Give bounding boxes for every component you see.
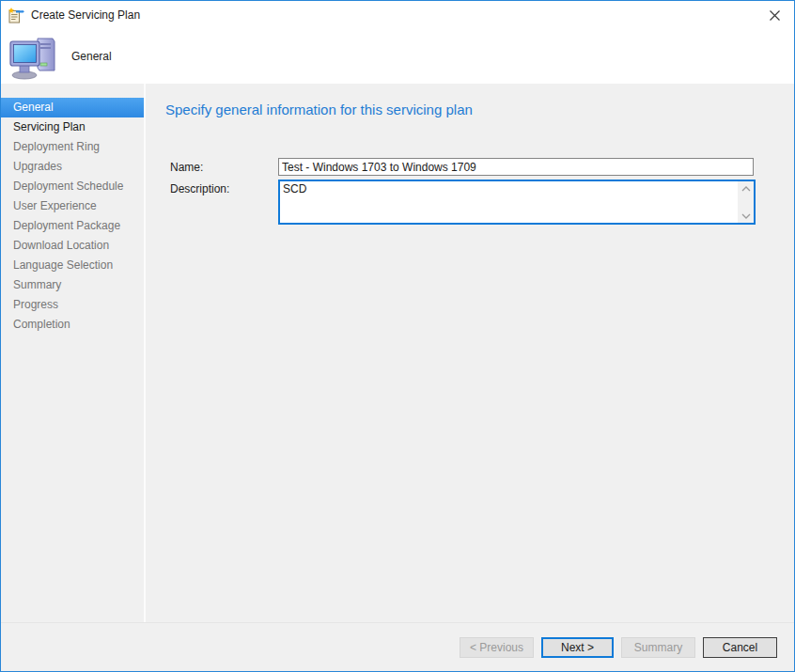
- sidebar-item-user-experience: User Experience: [1, 196, 144, 216]
- sidebar-item-deployment-ring: Deployment Ring: [1, 137, 144, 157]
- description-label: Description:: [170, 182, 229, 195]
- cancel-button[interactable]: Cancel: [703, 637, 777, 658]
- close-button[interactable]: [762, 4, 787, 26]
- sidebar-item-general[interactable]: General: [1, 98, 144, 117]
- sidebar-item-completion: Completion: [1, 315, 144, 335]
- wizard-header: General: [1, 29, 794, 84]
- sidebar-item-progress: Progress: [1, 295, 144, 315]
- sidebar-item-summary: Summary: [1, 275, 144, 295]
- description-field: SCD: [278, 180, 756, 225]
- chevron-down-icon: [741, 213, 751, 219]
- wizard-steps-sidebar: General Servicing Plan Deployment Ring U…: [1, 84, 146, 622]
- wizard-page-general: Specify general information for this ser…: [148, 84, 794, 622]
- sidebar-item-upgrades: Upgrades: [1, 157, 144, 177]
- next-button[interactable]: Next >: [541, 637, 614, 658]
- description-input[interactable]: SCD: [280, 181, 738, 223]
- wizard-step-title: General: [71, 29, 112, 84]
- window-title: Create Servicing Plan: [31, 8, 140, 22]
- chevron-up-icon: [741, 186, 751, 192]
- computer-icon: [8, 35, 57, 80]
- button-bar: < Previous Next > Summary Cancel: [1, 622, 794, 671]
- page-heading: Specify general information for this ser…: [165, 102, 473, 117]
- title-bar: Create Servicing Plan: [1, 1, 794, 29]
- scroll-up-button[interactable]: [738, 181, 754, 195]
- scroll-down-button[interactable]: [738, 209, 754, 223]
- wizard-window-icon: [8, 8, 24, 23]
- name-input[interactable]: [278, 158, 754, 176]
- name-label: Name:: [170, 161, 203, 174]
- sidebar-item-deployment-package: Deployment Package: [1, 216, 144, 236]
- summary-button[interactable]: Summary: [621, 637, 695, 658]
- close-icon: [770, 10, 780, 21]
- previous-button[interactable]: < Previous: [460, 637, 534, 658]
- description-scrollbar[interactable]: [738, 181, 754, 223]
- sidebar-item-servicing-plan[interactable]: Servicing Plan: [1, 117, 144, 137]
- sidebar-item-language-selection: Language Selection: [1, 256, 144, 275]
- sidebar-item-deployment-schedule: Deployment Schedule: [1, 177, 144, 196]
- sidebar-item-download-location: Download Location: [1, 236, 144, 256]
- create-servicing-plan-window: Create Servicing Plan: [0, 0, 795, 672]
- wizard-body: General Servicing Plan Deployment Ring U…: [1, 84, 794, 622]
